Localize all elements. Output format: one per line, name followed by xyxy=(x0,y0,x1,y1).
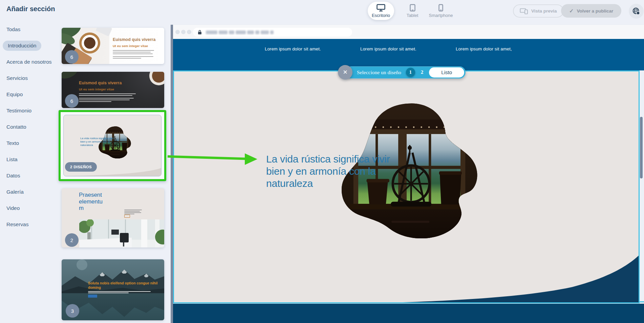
category-list: Todas Introducción Acerca de nosotros Se… xyxy=(0,21,60,233)
template-card-rustic-selected[interactable]: La vida rústica significa vivir bien y e… xyxy=(59,110,166,181)
placeholder-text-line xyxy=(124,214,134,214)
sidebar-item-label: Lista xyxy=(3,154,21,165)
canvas-scrollbar[interactable] xyxy=(640,117,643,178)
section-heading-line: naturaleza xyxy=(266,177,390,190)
close-button[interactable]: ✕ xyxy=(338,65,352,80)
mini-heading-line: bien y en armonía con la xyxy=(80,140,121,144)
sidebar-item-acerca[interactable]: Acerca de nosotros xyxy=(0,54,60,70)
globe-icon xyxy=(632,7,640,15)
sidebar-item-label: Introducción xyxy=(3,41,41,51)
mini-button-shape xyxy=(124,215,130,218)
template-text-block: Euismod quis viverra Ut eu sem integer v… xyxy=(113,37,160,60)
publish-button-label: Volver a publicar xyxy=(577,8,613,14)
placeholder-text-line xyxy=(79,100,130,100)
section-heading-line: La vida rústica significa vivir xyxy=(266,153,390,165)
keyboard-photo-shape xyxy=(96,28,112,36)
leaf-photo-shape xyxy=(62,72,79,81)
preview-button[interactable]: Vista previa xyxy=(513,4,564,18)
site-menu-item[interactable]: Lorem ipsum dolor sit amet. xyxy=(265,46,321,51)
sidebar-item-label: Galería xyxy=(3,187,27,197)
done-button[interactable]: Listo xyxy=(429,67,464,78)
sidebar-item-video[interactable]: Video xyxy=(0,200,60,216)
browser-dot xyxy=(175,30,180,34)
sidebar-item-label: Datos xyxy=(3,171,24,181)
template-card-coffee-dark[interactable]: Euismod quis viverra Ut eu sem integer v… xyxy=(62,72,164,108)
sidebar-item-texto[interactable]: Texto xyxy=(0,135,60,151)
placeholder-text-line xyxy=(113,53,153,54)
placeholder-text-line xyxy=(124,212,141,213)
placeholder-text-line xyxy=(113,52,151,52)
preview-button-label: Vista previa xyxy=(531,8,557,14)
design-count-badge: 2 xyxy=(65,233,79,247)
address-bar xyxy=(193,28,352,37)
sidebar-item-introduccion[interactable]: Introducción xyxy=(0,38,60,54)
template-card-office[interactable]: Praesent elementum 2 xyxy=(62,188,164,247)
sidebar-item-servicios[interactable]: Servicios xyxy=(0,70,60,86)
template-title: Euismod quis viverra xyxy=(79,81,143,85)
design-toolbar: ✕ Seleccione un diseño 1 2 Listo xyxy=(338,65,466,80)
template-text-block: Euismod quis viverra Ut eu sem integer v… xyxy=(79,81,143,103)
sidebar-item-datos[interactable]: Datos xyxy=(0,168,60,184)
toolbar-label: Seleccione un diseño xyxy=(357,69,401,76)
placeholder-text-line xyxy=(79,95,132,96)
template-subtitle: Ut eu sem integer vitae xyxy=(79,87,143,91)
desktop-icon xyxy=(377,4,385,12)
placeholder-text-line xyxy=(88,291,151,292)
tab-escritorio[interactable]: Escritorio xyxy=(368,2,394,20)
sidebar-item-label: Reservas xyxy=(3,219,32,230)
sidebar-item-galeria[interactable]: Galería xyxy=(0,184,60,200)
devices-icon xyxy=(520,8,528,14)
placeholder-text-line xyxy=(79,93,136,94)
design-count-badge: 6 xyxy=(65,94,79,108)
sidebar-item-lista[interactable]: Lista xyxy=(0,151,60,168)
site-menu-item[interactable]: Lorem ipsum dolor sit amet. xyxy=(360,46,416,51)
design-step-1-button[interactable]: 1 xyxy=(406,68,415,77)
site-menu-item[interactable]: Lorem ipsum dolor sit amet, xyxy=(456,46,512,51)
sidebar-item-label: Testimonio xyxy=(3,106,35,116)
template-card-mountain[interactable]: Soluta nobis eleifend option congue nihi… xyxy=(62,259,164,320)
publish-button[interactable]: ✓ Volver a publicar xyxy=(561,4,621,18)
device-switcher: Escritorio Tablet Smartphone xyxy=(368,2,454,20)
section-heading: La vida rústica significa vivir bien y e… xyxy=(266,153,390,190)
design-toolbar-bar: Seleccione un diseño 1 2 Listo xyxy=(345,66,466,79)
design-step-2-button[interactable]: 2 xyxy=(421,69,424,75)
template-card-coffee-light[interactable]: Euismod quis viverra Ut eu sem integer v… xyxy=(62,28,164,64)
close-icon: ✕ xyxy=(343,69,347,76)
template-title: Euismod quis viverra xyxy=(113,37,160,42)
sidebar-item-todas[interactable]: Todas xyxy=(0,21,60,38)
sidebar-item-contatto[interactable]: Contatto xyxy=(0,119,60,135)
browser-dot xyxy=(187,30,191,34)
sidebar-item-equipo[interactable]: Equipo xyxy=(0,86,60,103)
design-count-badge: 3 xyxy=(66,304,79,318)
tab-label: Tablet xyxy=(407,13,418,18)
tab-smartphone[interactable]: Smartphone xyxy=(427,2,454,20)
blurred-url xyxy=(206,30,274,34)
placeholder-text-block xyxy=(124,210,142,215)
placeholder-text-line xyxy=(113,56,153,57)
mini-button-shape xyxy=(88,295,97,298)
placeholder-text-line xyxy=(113,58,141,59)
sidebar-item-label: Contatto xyxy=(3,122,30,132)
mini-heading-line: La vida rústica significa vivir xyxy=(80,137,121,140)
sidebar-item-reservas[interactable]: Reservas xyxy=(0,216,60,233)
tab-tablet[interactable]: Tablet xyxy=(402,2,423,20)
browser-dot xyxy=(181,30,186,34)
sidebar-item-testimonio[interactable]: Testimonio xyxy=(0,103,60,119)
placeholder-text-line xyxy=(124,211,140,212)
sidebar-item-label: Todas xyxy=(3,24,24,35)
design-count-badge: 6 xyxy=(65,50,79,64)
mini-heading-line: naturaleza xyxy=(80,144,121,147)
placeholder-text-line xyxy=(113,50,154,51)
sidebar-item-label: Video xyxy=(3,203,23,213)
coffee-photo-shape xyxy=(84,37,95,49)
site-footer xyxy=(173,304,644,323)
app-window: Añadir sección Todas Introducción Acerca… xyxy=(0,0,644,323)
placeholder-text-block xyxy=(88,291,151,294)
panel-divider[interactable] xyxy=(171,25,173,323)
template-subtitle: Ut eu sem integer vitae xyxy=(113,44,160,48)
section-border-stub xyxy=(639,301,644,302)
language-button[interactable] xyxy=(629,4,644,19)
selection-arrow xyxy=(167,150,259,167)
template-title: Praesent elementum xyxy=(79,192,105,212)
sidebar-item-label: Acerca de nosotros xyxy=(3,57,56,67)
